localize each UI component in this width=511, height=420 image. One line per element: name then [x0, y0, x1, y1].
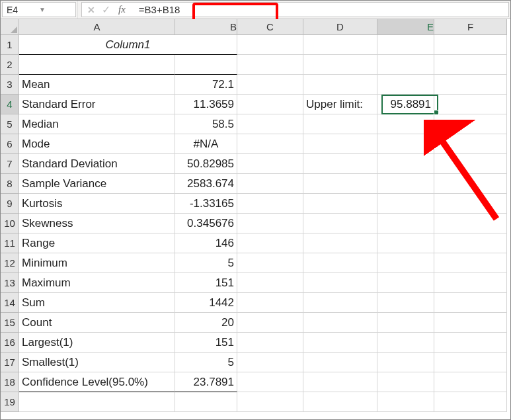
cell-B7[interactable]: 50.82985	[175, 154, 237, 174]
row-header-15[interactable]: 15	[1, 313, 19, 333]
cell-A10[interactable]: Skewness	[19, 214, 175, 233]
cell-D6[interactable]	[303, 134, 377, 154]
row-header-9[interactable]: 9	[1, 194, 19, 214]
cell-C8[interactable]	[237, 174, 303, 194]
cell-C9[interactable]	[237, 194, 303, 214]
fx-icon[interactable]: fx	[117, 4, 128, 15]
cell-C11[interactable]	[237, 233, 303, 253]
cell-E6[interactable]	[377, 134, 434, 154]
cell-F11[interactable]	[434, 233, 507, 253]
cell-A12[interactable]: Minimum	[19, 253, 175, 273]
cell-B17[interactable]: 5	[175, 353, 237, 372]
cell-C4[interactable]	[237, 95, 303, 114]
cell-F15[interactable]	[434, 313, 507, 333]
cell-D17[interactable]	[303, 353, 377, 372]
cell-F12[interactable]	[434, 253, 507, 273]
cell-C6[interactable]	[237, 134, 303, 154]
cell-F9[interactable]	[434, 194, 507, 214]
col-header-C[interactable]: C	[237, 19, 303, 35]
cell-E10[interactable]	[377, 214, 434, 233]
cell-B10[interactable]: 0.345676	[175, 214, 237, 233]
cell-A15[interactable]: Count	[19, 313, 175, 333]
cell-D15[interactable]	[303, 313, 377, 333]
cell-E4[interactable]: 95.8891	[377, 95, 434, 114]
cell-C2[interactable]	[237, 55, 303, 75]
row-header-13[interactable]: 13	[1, 273, 19, 293]
cell-E7[interactable]	[377, 154, 434, 174]
row-header-18[interactable]: 18	[1, 372, 19, 392]
cell-E3[interactable]	[377, 75, 434, 95]
cell-D12[interactable]	[303, 253, 377, 273]
cell-B6[interactable]: #N/A	[175, 134, 237, 154]
cell-E14[interactable]	[377, 293, 434, 313]
spreadsheet-grid[interactable]: A B C D E F 1 Column1 2 3 Mean 72.1 4 St…	[1, 19, 510, 419]
select-all-corner[interactable]	[1, 19, 19, 35]
cell-C14[interactable]	[237, 293, 303, 313]
row-header-4[interactable]: 4	[1, 95, 19, 114]
cell-D10[interactable]	[303, 214, 377, 233]
cell-F14[interactable]	[434, 293, 507, 313]
cell-F1[interactable]	[434, 35, 507, 55]
cell-E11[interactable]	[377, 233, 434, 253]
cell-D7[interactable]	[303, 154, 377, 174]
cell-D11[interactable]	[303, 233, 377, 253]
cell-C12[interactable]	[237, 253, 303, 273]
cell-D19[interactable]	[303, 392, 377, 412]
cell-A8[interactable]: Sample Variance	[19, 174, 175, 194]
cell-C10[interactable]	[237, 214, 303, 233]
col-header-E[interactable]: E	[377, 19, 434, 35]
cell-B12[interactable]: 5	[175, 253, 237, 273]
cell-E2[interactable]	[377, 55, 434, 75]
cell-F17[interactable]	[434, 353, 507, 372]
name-box[interactable]: E4 ▼	[2, 2, 76, 17]
cell-B11[interactable]: 146	[175, 233, 237, 253]
cell-B2[interactable]	[175, 55, 237, 75]
cell-E9[interactable]	[377, 194, 434, 214]
cell-E17[interactable]	[377, 353, 434, 372]
cell-C15[interactable]	[237, 313, 303, 333]
cell-D1[interactable]	[303, 35, 377, 55]
cell-A5[interactable]: Median	[19, 114, 175, 134]
enter-icon[interactable]: ✓	[102, 3, 110, 16]
cell-D9[interactable]	[303, 194, 377, 214]
cell-F2[interactable]	[434, 55, 507, 75]
cell-B19[interactable]	[175, 392, 237, 412]
cell-C16[interactable]	[237, 333, 303, 353]
cell-B4[interactable]: 11.3659	[175, 95, 237, 114]
cell-F6[interactable]	[434, 134, 507, 154]
cell-B5[interactable]: 58.5	[175, 114, 237, 134]
cell-C17[interactable]	[237, 353, 303, 372]
cell-C18[interactable]	[237, 372, 303, 392]
row-header-5[interactable]: 5	[1, 114, 19, 134]
cell-B16[interactable]: 151	[175, 333, 237, 353]
cell-F8[interactable]	[434, 174, 507, 194]
cell-E1[interactable]	[377, 35, 434, 55]
cell-A4[interactable]: Standard Error	[19, 95, 175, 114]
cell-A18[interactable]: Confidence Level(95.0%)	[19, 372, 175, 392]
cell-C1[interactable]	[237, 35, 303, 55]
cell-B15[interactable]: 20	[175, 313, 237, 333]
col-header-F[interactable]: F	[434, 19, 507, 35]
cell-A3[interactable]: Mean	[19, 75, 175, 95]
cell-B14[interactable]: 1442	[175, 293, 237, 313]
col-header-D[interactable]: D	[303, 19, 377, 35]
row-header-8[interactable]: 8	[1, 174, 19, 194]
cell-A14[interactable]: Sum	[19, 293, 175, 313]
row-header-17[interactable]: 17	[1, 353, 19, 372]
cell-E12[interactable]	[377, 253, 434, 273]
cell-B9[interactable]: -1.33165	[175, 194, 237, 214]
cell-D3[interactable]	[303, 75, 377, 95]
cell-A19[interactable]	[19, 392, 175, 412]
row-header-2[interactable]: 2	[1, 55, 19, 75]
cell-C5[interactable]	[237, 114, 303, 134]
cell-B8[interactable]: 2583.674	[175, 174, 237, 194]
cell-D13[interactable]	[303, 273, 377, 293]
row-header-1[interactable]: 1	[1, 35, 19, 55]
cell-A6[interactable]: Mode	[19, 134, 175, 154]
cell-B18[interactable]: 23.7891	[175, 372, 237, 392]
cell-C3[interactable]	[237, 75, 303, 95]
cell-E8[interactable]	[377, 174, 434, 194]
cell-F5[interactable]	[434, 114, 507, 134]
row-header-14[interactable]: 14	[1, 293, 19, 313]
cell-D8[interactable]	[303, 174, 377, 194]
